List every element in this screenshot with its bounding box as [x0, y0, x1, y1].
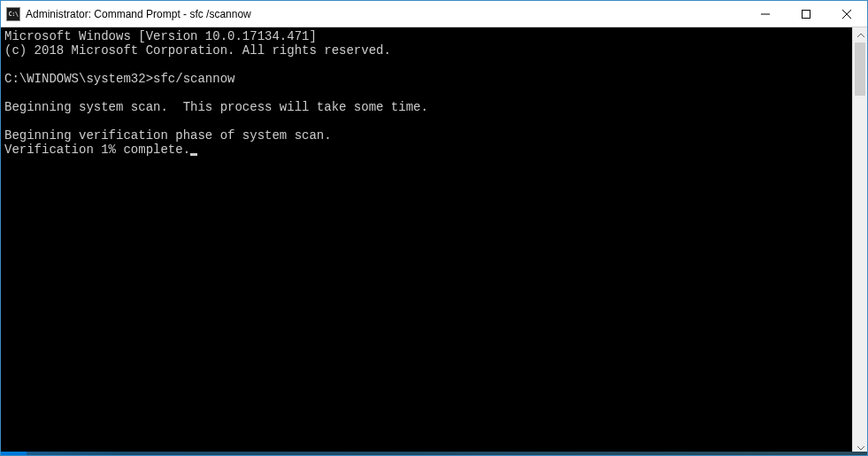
svg-rect-1: [803, 10, 810, 18]
titlebar[interactable]: C:\ Administrator: Command Prompt - sfc …: [1, 1, 867, 27]
scroll-track[interactable]: [853, 43, 867, 440]
taskbar-sliver: [1, 452, 867, 455]
window-controls: [745, 1, 867, 27]
maximize-icon: [802, 10, 810, 19]
version-line: Microsoft Windows [Version 10.0.17134.47…: [4, 29, 317, 43]
text-cursor: [190, 153, 197, 156]
maximize-button[interactable]: [786, 1, 826, 27]
close-button[interactable]: [826, 1, 867, 27]
terminal-area: Microsoft Windows [Version 10.0.17134.47…: [1, 27, 867, 455]
scan-begin-msg: Beginning system scan. This process will…: [4, 100, 428, 114]
window-title: Administrator: Command Prompt - sfc /sca…: [26, 8, 251, 20]
copyright-line: (c) 2018 Microsoft Corporation. All righ…: [4, 43, 391, 58]
cmd-icon: C:\: [6, 7, 20, 21]
vertical-scrollbar[interactable]: [852, 27, 867, 455]
terminal-output[interactable]: Microsoft Windows [Version 10.0.17134.47…: [1, 27, 852, 455]
chevron-down-icon: [857, 446, 864, 450]
entered-command: sfc/scannow: [153, 72, 234, 86]
scroll-up-button[interactable]: [853, 27, 867, 43]
minimize-icon: [761, 10, 770, 19]
minimize-button[interactable]: [745, 1, 786, 27]
close-icon: [842, 10, 851, 19]
scroll-thumb[interactable]: [855, 43, 865, 96]
verification-progress-msg: Verification 1% complete.: [4, 143, 190, 157]
verification-phase-msg: Beginning verification phase of system s…: [4, 128, 332, 143]
prompt-path: C:\WINDOWS\system32>: [4, 72, 153, 86]
chevron-up-icon: [857, 34, 864, 37]
command-prompt-window: C:\ Administrator: Command Prompt - sfc …: [0, 0, 868, 456]
titlebar-left: C:\ Administrator: Command Prompt - sfc …: [6, 7, 251, 21]
